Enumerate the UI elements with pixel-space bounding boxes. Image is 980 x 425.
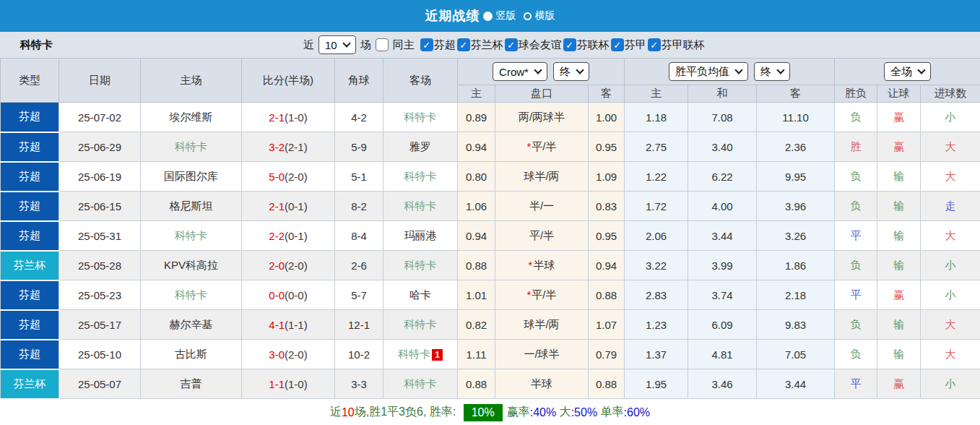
corner-cell: 10-2 xyxy=(335,340,383,369)
goals-result-cell: 走 xyxy=(921,192,980,221)
chevron-down-icon xyxy=(576,66,584,74)
handicap-text: 球半/两 xyxy=(524,318,559,330)
away-team-cell: 哈卡 xyxy=(383,280,458,310)
handicap-result-cell: 输 xyxy=(877,251,921,280)
handicap-cell: *平/半 xyxy=(495,132,589,162)
avg-lose-cell: 3.44 xyxy=(757,369,835,399)
avg-draw-cell: 3.99 xyxy=(688,251,757,280)
home-team-cell: 国际图尔库 xyxy=(141,162,242,192)
home-team-cell: 埃尔维斯 xyxy=(141,103,242,132)
col-header-score: 比分(半场) xyxy=(242,59,335,103)
table-row: 芬超25-05-31科特卡2-2(0-1)8-4玛丽港0.94平/半0.952.… xyxy=(1,221,980,251)
summary-segment: 单率 xyxy=(597,405,623,420)
avg-type-select[interactable]: 胜平负均值 xyxy=(669,62,748,81)
table-row: 芬超25-07-02埃尔维斯2-1(1-0)4-2科特卡0.89两/两球半1.0… xyxy=(1,103,980,132)
away-odds-cell: 0.88 xyxy=(589,369,625,399)
result-cell: 平 xyxy=(835,280,877,310)
layout-horizontal-label: 横版 xyxy=(535,9,555,22)
away-team-name: 雅罗 xyxy=(409,140,431,153)
away-team-cell: 科特卡1 xyxy=(383,340,458,369)
away-team-name: 科特卡 xyxy=(404,199,437,212)
sub-header-handicap-result: 让球 xyxy=(877,85,921,103)
score-cell: 0-0(0-0) xyxy=(242,280,335,310)
panel-title: 近期战绩 xyxy=(425,7,480,25)
scope-select[interactable]: 全场 xyxy=(884,62,931,81)
avg-win-cell: 1.95 xyxy=(625,369,688,399)
away-odds-cell: 1.07 xyxy=(589,310,625,340)
away-team-cell: 科特卡 xyxy=(383,251,458,280)
league-checkbox-checked[interactable]: ✓ xyxy=(420,38,433,51)
col-header-corner: 角球 xyxy=(335,59,383,103)
date-cell: 25-06-19 xyxy=(59,162,141,192)
full-time-score: 2-2 xyxy=(269,230,285,242)
odds-stage-select[interactable]: 终 xyxy=(553,62,589,81)
avg-win-cell: 1.22 xyxy=(625,162,688,192)
away-odds-cell: 0.94 xyxy=(589,251,625,280)
chevron-down-icon xyxy=(342,39,350,47)
league-type-cell: 芬超 xyxy=(1,103,59,132)
league-checkbox-checked[interactable]: ✓ xyxy=(505,38,518,51)
layout-horizontal-option[interactable]: 横版 xyxy=(524,9,555,22)
avg-draw-cell: 3.74 xyxy=(688,280,757,310)
corner-cell: 5-9 xyxy=(335,132,383,162)
handicap-cell: 半/一 xyxy=(495,192,589,221)
home-team-cell: 赫尔辛基 xyxy=(141,310,242,340)
table-row: 芬超25-06-15格尼斯坦2-1(0-1)8-2科特卡1.06半/一0.831… xyxy=(1,192,980,221)
filter-controls: 近 10 场 同主 ✓芬超✓芬兰杯✓球会友谊✓芬联杯✓芬甲✓芬甲联杯 xyxy=(303,32,705,58)
league-checkbox-checked[interactable]: ✓ xyxy=(648,38,661,51)
away-team-name: 科特卡 xyxy=(404,111,437,123)
away-team-name: 科特卡 xyxy=(398,348,430,360)
goals-result-cell: 大 xyxy=(921,132,980,162)
score-cell: 2-1(1-0) xyxy=(242,103,335,132)
league-checkbox-checked[interactable]: ✓ xyxy=(457,38,470,51)
games-label: 场 xyxy=(360,38,371,52)
half-time-score: (2-1) xyxy=(285,141,308,153)
league-label: 芬甲联杯 xyxy=(662,38,705,52)
same-venue-checkbox[interactable] xyxy=(376,38,389,51)
home-team-cell: 吉普 xyxy=(141,369,242,399)
handicap-text: 平/半 xyxy=(532,140,556,153)
avg-lose-cell: 1.86 xyxy=(757,251,835,280)
layout-vertical-option[interactable]: 竖版 xyxy=(487,9,516,22)
bookmaker-select[interactable]: Crow* xyxy=(493,62,547,81)
full-time-score: 3-2 xyxy=(269,141,285,153)
league-checkbox-checked[interactable]: ✓ xyxy=(563,38,576,51)
corner-cell: 4-2 xyxy=(335,103,383,132)
score-cell: 3-0(2-0) xyxy=(242,340,335,369)
away-odds-cell: 1.09 xyxy=(589,162,625,192)
away-odds-cell: 0.95 xyxy=(589,221,625,251)
home-odds-cell: 1.06 xyxy=(458,192,495,221)
avg-lose-cell: 7.05 xyxy=(757,340,835,369)
half-time-score: (1-0) xyxy=(285,378,308,390)
avg-lose-cell: 9.83 xyxy=(757,310,835,340)
avg-win-cell: 2.75 xyxy=(625,132,688,162)
match-count-select[interactable]: 10 xyxy=(318,35,356,54)
full-time-score: 4-1 xyxy=(269,319,285,331)
full-time-score: 2-1 xyxy=(269,200,285,212)
result-cell: 负 xyxy=(835,192,877,221)
corner-cell: 2-6 xyxy=(335,251,383,280)
half-time-score: (2-0) xyxy=(285,171,308,183)
recent-results-panel: 近期战绩 竖版 横版 科特卡 近 10 场 同主 ✓芬超✓芬兰杯✓球会友谊✓芬联… xyxy=(0,0,980,425)
summary-segment: 10 xyxy=(342,406,355,419)
goals-result-cell: 大 xyxy=(921,310,980,340)
home-odds-cell: 0.82 xyxy=(458,310,495,340)
avg-win-cell: 1.37 xyxy=(625,340,688,369)
avg-stage-select[interactable]: 终 xyxy=(754,62,790,81)
result-cell: 负 xyxy=(835,162,877,192)
avg-draw-cell: 4.00 xyxy=(688,192,757,221)
home-odds-cell: 0.94 xyxy=(458,221,495,251)
away-team-name: 玛丽港 xyxy=(404,229,437,241)
league-checkbox-checked[interactable]: ✓ xyxy=(611,38,624,51)
full-time-score: 2-0 xyxy=(269,259,285,272)
chevron-down-icon xyxy=(734,66,742,74)
half-time-score: (1-1) xyxy=(285,319,308,331)
col-header-home: 主场 xyxy=(141,59,242,103)
handicap-cell: 球半/两 xyxy=(495,310,589,340)
full-time-score: 2-1 xyxy=(269,111,285,124)
league-type-cell: 芬超 xyxy=(1,132,59,162)
avg-lose-cell: 11.10 xyxy=(757,103,835,132)
corner-cell: 8-2 xyxy=(335,192,383,221)
team-name: 科特卡 xyxy=(20,38,53,52)
handicap-result-cell: 赢 xyxy=(877,103,921,132)
